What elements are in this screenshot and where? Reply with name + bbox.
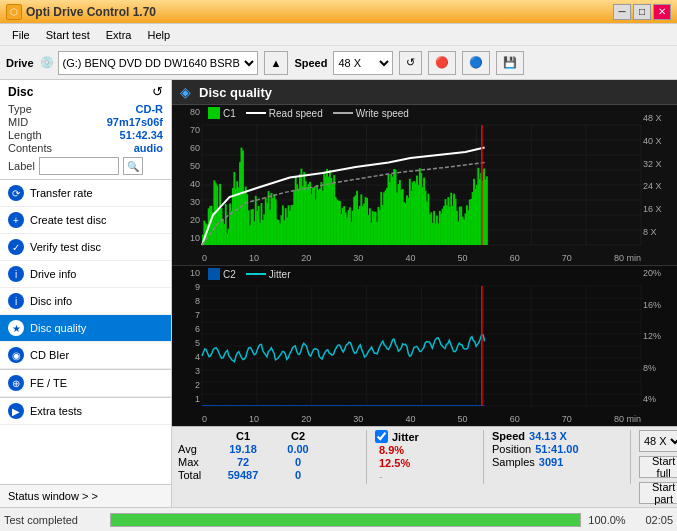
sidebar-item-disc-quality[interactable]: ★ Disc quality xyxy=(0,315,171,342)
sidebar-label-transfer-rate: Transfer rate xyxy=(30,187,93,199)
action-button-2[interactable]: 🔵 xyxy=(462,51,490,75)
disc-label-label: Label xyxy=(8,160,35,172)
disc-quality-icon: ★ xyxy=(8,320,24,336)
progress-text: 100.0% xyxy=(587,514,627,526)
content-header-icon: ◈ xyxy=(180,84,191,100)
drive-eject-button[interactable]: ▲ xyxy=(264,51,289,75)
c1-col-header: C1 xyxy=(213,430,273,442)
disc-contents-value: audio xyxy=(134,142,163,154)
x2-label-40: 40 xyxy=(405,414,415,424)
start-part-button[interactable]: Start part xyxy=(639,482,677,504)
disc-label-search-button[interactable]: 🔍 xyxy=(123,157,143,175)
disc-length-value: 51:42.34 xyxy=(120,129,163,141)
maximize-button[interactable]: □ xyxy=(633,4,651,20)
menu-help[interactable]: Help xyxy=(139,27,178,43)
total-c2-value: 0 xyxy=(273,469,323,481)
sidebar-item-fe-te[interactable]: ⊕ FE / TE xyxy=(0,369,171,397)
max-jitter-value: 12.5% xyxy=(375,457,475,469)
status-window-button[interactable]: Status window > > xyxy=(0,484,171,507)
avg-jitter-value: 8.9% xyxy=(375,444,475,456)
sidebar-item-drive-info[interactable]: i Drive info xyxy=(0,261,171,288)
save-button[interactable]: 💾 xyxy=(496,51,524,75)
disc-panel: Disc ↺ Type CD-R MID 97m17s06f Length 51… xyxy=(0,80,171,180)
sidebar-item-transfer-rate[interactable]: ⟳ Transfer rate xyxy=(0,180,171,207)
sidebar-item-disc-info[interactable]: i Disc info xyxy=(0,288,171,315)
extra-tests-icon: ▶ xyxy=(8,403,24,419)
c2-col-header: C2 xyxy=(273,430,323,442)
x-label-50: 50 xyxy=(458,253,468,263)
disc-info-icon: i xyxy=(8,293,24,309)
stats-bar: C1 C2 Avg 19.18 0.00 Max 72 0 Total 5948… xyxy=(172,426,677,507)
x2-label-80min: 80 min xyxy=(614,414,641,424)
x2-label-30: 30 xyxy=(353,414,363,424)
menu-file[interactable]: File xyxy=(4,27,38,43)
sidebar-item-create-test-disc[interactable]: + Create test disc xyxy=(0,207,171,234)
avg-c1-value: 19.18 xyxy=(213,443,273,455)
x-label-10: 10 xyxy=(249,253,259,263)
create-test-disc-icon: + xyxy=(8,212,24,228)
sidebar-label-create-test-disc: Create test disc xyxy=(30,214,106,226)
total-label: Total xyxy=(178,469,213,481)
time-text: 02:05 xyxy=(633,514,673,526)
samples-label: Samples xyxy=(492,456,535,468)
sidebar-item-verify-test-disc[interactable]: ✓ Verify test disc xyxy=(0,234,171,261)
menu-start-test[interactable]: Start test xyxy=(38,27,98,43)
drive-icon: 💿 xyxy=(40,56,54,69)
speed-refresh-button[interactable]: ↺ xyxy=(399,51,422,75)
x2-label-50: 50 xyxy=(458,414,468,424)
stats-speed-select[interactable]: 48 X xyxy=(639,430,677,452)
disc-refresh-button[interactable]: ↺ xyxy=(152,84,163,99)
x-label-40: 40 xyxy=(405,253,415,263)
jitter-checkbox[interactable] xyxy=(375,430,388,443)
avg-c2-value: 0.00 xyxy=(273,443,323,455)
toolbar: Drive 💿 (G:) BENQ DVD DD DW1640 BSRB ▲ S… xyxy=(0,46,677,80)
app-icon: ⬡ xyxy=(6,4,22,20)
sidebar-item-extra-tests[interactable]: ▶ Extra tests xyxy=(0,397,171,425)
sidebar-label-extra-tests: Extra tests xyxy=(30,405,82,417)
max-position-value: 51:41.00 xyxy=(535,443,578,455)
status-bar: Test completed 100.0% 02:05 xyxy=(0,507,677,531)
sidebar-label-drive-info: Drive info xyxy=(30,268,76,280)
speed-select[interactable]: 48 X xyxy=(333,51,393,75)
window-controls: ─ □ ✕ xyxy=(613,4,671,20)
x-label-60: 60 xyxy=(510,253,520,263)
verify-test-disc-icon: ✓ xyxy=(8,239,24,255)
close-button[interactable]: ✕ xyxy=(653,4,671,20)
top-chart-canvas xyxy=(172,105,677,265)
sidebar-label-verify-test-disc: Verify test disc xyxy=(30,241,101,253)
max-c2-value: 0 xyxy=(273,456,323,468)
avg-speed-value: 34.13 X xyxy=(529,430,567,442)
disc-label-input[interactable] xyxy=(39,157,119,175)
x2-label-0: 0 xyxy=(202,414,207,424)
sidebar: Disc ↺ Type CD-R MID 97m17s06f Length 51… xyxy=(0,80,172,507)
drive-label: Drive xyxy=(6,57,34,69)
max-label: Max xyxy=(178,456,213,468)
content-area: ◈ Disc quality 80 70 60 50 40 30 20 10 xyxy=(172,80,677,507)
chart-container: 80 70 60 50 40 30 20 10 48 X 40 X 32 X 2… xyxy=(172,105,677,426)
total-c1-value: 59487 xyxy=(213,469,273,481)
sidebar-label-cd-bier: CD BIer xyxy=(30,349,69,361)
position-label: Position xyxy=(492,443,531,455)
content-header: ◈ Disc quality xyxy=(172,80,677,105)
x-label-70: 70 xyxy=(562,253,572,263)
x-label-20: 20 xyxy=(301,253,311,263)
minimize-button[interactable]: ─ xyxy=(613,4,631,20)
sidebar-label-disc-quality: Disc quality xyxy=(30,322,86,334)
sidebar-item-cd-bier[interactable]: ◉ CD BIer xyxy=(0,342,171,369)
x2-label-60: 60 xyxy=(510,414,520,424)
window-title: Opti Drive Control 1.70 xyxy=(26,5,156,19)
disc-length-label: Length xyxy=(8,129,42,141)
cd-bier-icon: ◉ xyxy=(8,347,24,363)
menu-extra[interactable]: Extra xyxy=(98,27,140,43)
status-window-label: Status window > > xyxy=(8,490,98,502)
menu-bar: File Start test Extra Help xyxy=(0,24,677,46)
progress-container xyxy=(110,513,581,527)
action-button-1[interactable]: 🔴 xyxy=(428,51,456,75)
drive-select[interactable]: (G:) BENQ DVD DD DW1640 BSRB xyxy=(58,51,258,75)
x2-label-10: 10 xyxy=(249,414,259,424)
disc-type-value: CD-R xyxy=(136,103,164,115)
start-full-button[interactable]: Start full xyxy=(639,456,677,478)
bottom-chart-canvas xyxy=(172,266,677,426)
disc-mid-label: MID xyxy=(8,116,28,128)
disc-contents-label: Contents xyxy=(8,142,52,154)
